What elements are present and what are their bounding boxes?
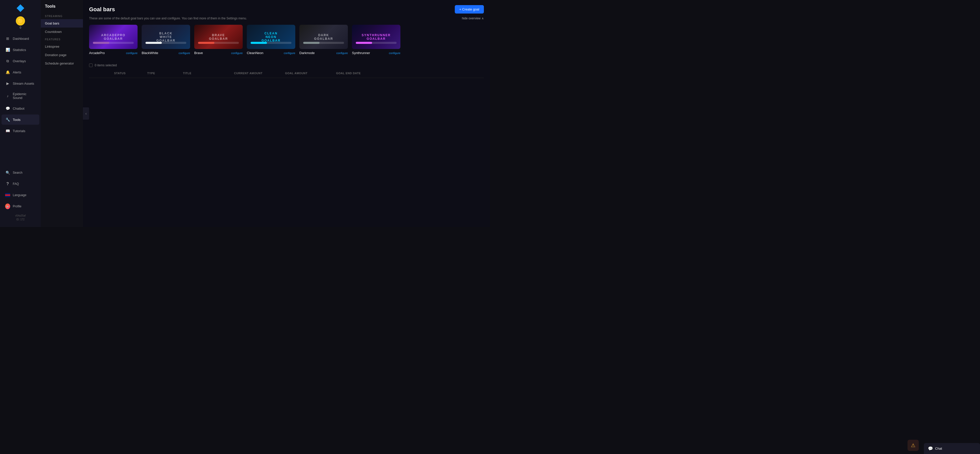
tutorials-icon: 📖 <box>5 128 10 133</box>
stream-assets-icon: ▶ <box>5 81 10 86</box>
items-selected-bar: 0 items selected <box>89 61 484 68</box>
template-progress-bar <box>303 42 344 44</box>
template-preview-synthrunner: SYNTHRUNNERGoalBar <box>352 25 401 49</box>
sub-item-goal-bars[interactable]: Goal bars <box>41 19 83 27</box>
create-goal-label: + Create goal <box>460 7 479 11</box>
sidebar-item-stream-assets[interactable]: ▶ Stream Assets <box>2 78 39 89</box>
template-preview-cleanneon: CLEAN NEONGoalBar <box>247 25 295 49</box>
section-label-streaming: STREAMING <box>41 13 83 19</box>
template-progress-bar <box>145 42 186 44</box>
template-bar-fill <box>356 42 372 44</box>
template-preview-darkmode: DARKGoalBar <box>299 25 348 49</box>
version-info: v54a35af ID: 172 <box>0 212 41 223</box>
dashboard-icon: ⊞ <box>5 36 10 41</box>
configure-link-blackwhite[interactable]: configure <box>179 51 190 55</box>
faq-icon: ? <box>5 181 10 186</box>
page-description-text: These are some of the default goal bars … <box>89 17 247 20</box>
epidemic-sound-icon: ♪ <box>5 94 10 98</box>
sidebar-item-label: Language <box>13 193 26 197</box>
template-card-cleanneon[interactable]: CLEAN NEONGoalBar CleanNeon configure <box>247 25 295 55</box>
sidebar-bottom: 🔍 Search ? FAQ Language ▶ Profile v5 <box>0 165 41 227</box>
sidebar-item-faq[interactable]: ? FAQ <box>2 179 39 189</box>
page-title: Goal bars <box>89 6 115 13</box>
sub-item-schedule-generator[interactable]: Schedule generator <box>41 59 83 68</box>
template-card-synthrunner[interactable]: SYNTHRUNNERGoalBar Synthrunner configure <box>352 25 401 55</box>
sidebar-item-label: Tutorials <box>13 129 25 133</box>
col-current-amount: Current amount <box>232 71 283 76</box>
template-preview-blackwhite: BLACKWHITEGOALBAR <box>142 25 190 49</box>
template-card-blackwhite[interactable]: BLACKWHITEGOALBAR BlackWhite configure <box>142 25 190 55</box>
sidebar-item-label: Epidemic Sound <box>13 92 36 100</box>
sidebar-item-chatbot[interactable]: 💬 Chatbot <box>2 103 39 113</box>
search-icon: 🔍 <box>5 170 10 175</box>
sidebar-item-dashboard[interactable]: ⊞ Dashboard <box>2 33 39 44</box>
collapse-icon: ‹ <box>86 111 87 116</box>
table-header: Status Type Title Current amount Goal am… <box>89 68 484 78</box>
sidebar-item-tutorials[interactable]: 📖 Tutorials <box>2 126 39 136</box>
tools-icon: 🔧 <box>5 117 10 122</box>
template-name: Darkmode <box>299 51 315 55</box>
sub-item-linkspree[interactable]: Linkspree <box>41 42 83 51</box>
col-checkbox <box>89 71 100 76</box>
sub-item-donation-page[interactable]: Donation page <box>41 51 83 59</box>
sidebar-item-epidemic-sound[interactable]: ♪ Epidemic Sound <box>2 89 39 102</box>
col-status: Status <box>112 71 145 76</box>
sidebar-item-statistics[interactable]: 📊 Statistics <box>2 44 39 55</box>
col-type: Type <box>145 71 181 76</box>
template-bar-fill <box>93 42 109 44</box>
template-overlay-text: BRAVEGOALBAR <box>209 33 228 41</box>
template-overlay-text: SYNTHRUNNERGoalBar <box>362 33 391 41</box>
template-card-brave[interactable]: BRAVEGOALBAR Brave configure <box>194 25 243 55</box>
sidebar-item-profile[interactable]: ▶ Profile <box>2 201 39 211</box>
template-name: Brave <box>194 51 203 55</box>
create-goal-button[interactable]: + Create goal <box>455 5 484 14</box>
sidebar-item-tools[interactable]: 🔧 Tools <box>2 114 39 125</box>
template-progress-bar <box>198 42 239 44</box>
sidebar-item-search[interactable]: 🔍 Search <box>2 168 39 178</box>
hide-overview-button[interactable]: hide overview ∧ <box>462 17 484 20</box>
configure-link-darkmode[interactable]: configure <box>336 51 348 55</box>
page-header: Goal bars + Create goal <box>89 5 484 14</box>
template-preview-arcadepro: ArcadeProGoalBar <box>89 25 138 49</box>
app-logo[interactable] <box>15 3 25 13</box>
page-content: ‹ Goal bars + Create goal These are some… <box>83 0 490 227</box>
select-all-checkbox[interactable] <box>89 63 93 67</box>
sidebar-item-label: Stream Assets <box>13 82 34 86</box>
col-goal-end-date: Goal end date <box>334 71 484 76</box>
configure-link-brave[interactable]: configure <box>231 51 243 55</box>
items-selected-count: 0 items selected <box>95 63 117 67</box>
template-card-darkmode[interactable]: DARKGoalBar Darkmode configure <box>299 25 348 55</box>
section-label-features: FEATURES <box>41 36 83 42</box>
sub-item-countdown[interactable]: Countdown <box>41 27 83 36</box>
overlays-icon: ⧉ <box>5 59 10 63</box>
template-overlay-text: BLACKWHITEGOALBAR <box>156 32 176 42</box>
sidebar: 🟡 0 ⊞ Dashboard 📊 Statistics ⧉ Overlays … <box>0 0 41 227</box>
templates-grid: ArcadeProGoalBar ArcadePro configure BLA… <box>89 25 484 55</box>
template-card-arcadepro[interactable]: ArcadeProGoalBar ArcadePro configure <box>89 25 138 55</box>
template-bar-fill <box>145 42 162 44</box>
sidebar-item-alerts[interactable]: 🔔 Alerts <box>2 67 39 77</box>
sidebar-item-label: Chatbot <box>13 106 24 110</box>
statistics-icon: 📊 <box>5 47 10 52</box>
sub-sidebar-title: Tools <box>41 4 83 13</box>
sidebar-item-language[interactable]: Language <box>2 190 39 200</box>
col-title: Title <box>181 71 232 76</box>
sub-sidebar: Tools STREAMING Goal bars Countdown FEAT… <box>41 0 83 227</box>
avatar-count: 0 <box>20 26 21 29</box>
template-bar-fill <box>303 42 320 44</box>
configure-link-arcadepro[interactable]: configure <box>126 51 138 55</box>
col-empty <box>100 71 112 76</box>
template-overlay-text: ArcadeProGoalBar <box>101 33 125 41</box>
template-footer: Synthrunner configure <box>352 51 401 55</box>
configure-link-synthrunner[interactable]: configure <box>389 51 401 55</box>
template-progress-bar <box>93 42 134 44</box>
sidebar-item-overlays[interactable]: ⧉ Overlays <box>2 56 39 66</box>
configure-link-cleanneon[interactable]: configure <box>284 51 295 55</box>
template-footer: BlackWhite configure <box>142 51 190 55</box>
sidebar-item-label: Statistics <box>13 48 26 52</box>
template-bar-fill <box>198 42 215 44</box>
avatar: 🟡 <box>16 16 25 25</box>
collapse-button[interactable]: ‹ <box>83 107 89 120</box>
profile-icon: ▶ <box>5 204 10 209</box>
sidebar-item-label: Dashboard <box>13 37 29 41</box>
